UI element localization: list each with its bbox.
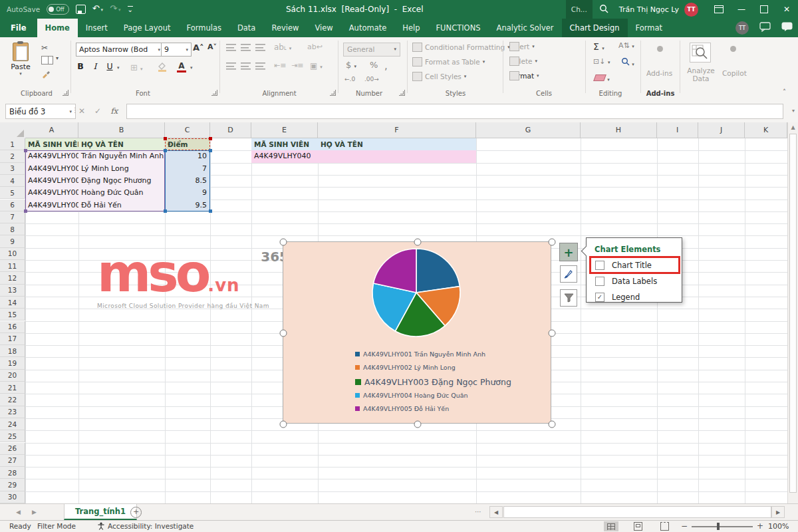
row-header-1[interactable]: 1: [0, 138, 25, 150]
chart-filters-button[interactable]: [560, 289, 577, 307]
find-select-icon[interactable]: ▾: [621, 57, 634, 67]
align-top-icon[interactable]: [226, 44, 236, 53]
fill-color-icon[interactable]: [157, 61, 168, 73]
column-header-E[interactable]: E: [251, 122, 318, 138]
bold-button[interactable]: B: [74, 61, 86, 71]
selection-handle[interactable]: [549, 330, 556, 337]
align-middle-icon[interactable]: [241, 44, 251, 53]
autosum-icon[interactable]: Σ ▾: [593, 41, 604, 52]
pie-chart[interactable]: [368, 245, 464, 340]
customize-qat-button[interactable]: ⌄: [128, 6, 133, 13]
sort-filter-icon[interactable]: A⇅ ▾: [618, 41, 634, 50]
styles-item-cell-styles[interactable]: Cell Styles▾: [412, 72, 466, 81]
chart-elements-button[interactable]: +: [559, 243, 578, 261]
sheet-tab-active[interactable]: Trang_tính1: [64, 504, 137, 520]
cell-E1[interactable]: MÃ SINH VIÊN: [251, 138, 318, 150]
cancel-button[interactable]: ✕: [78, 106, 85, 116]
cell-A3[interactable]: A4K49VLHY002: [25, 163, 78, 175]
sheet-grid[interactable]: ABCDEFGHIJK12345678910111213141516171819…: [0, 122, 798, 503]
tab-format[interactable]: Format: [628, 19, 671, 37]
search-box-collapsed[interactable]: Ch...: [566, 0, 593, 19]
range-handle[interactable]: [24, 209, 27, 213]
styles-item-conditional-formatting[interactable]: Conditional Formatting▾: [412, 43, 510, 52]
cell-C4[interactable]: 8.5: [165, 175, 210, 187]
view-normal-button[interactable]: [604, 521, 618, 531]
cell-B6[interactable]: Đỗ Hải Yến: [78, 200, 165, 211]
row-header-16[interactable]: 16: [0, 321, 25, 333]
legend-item-4[interactable]: A4K49VLHY004 Hoàng Đức Quân: [355, 392, 511, 399]
cells-item-delete[interactable]: Delete▾: [509, 57, 537, 65]
row-header-5[interactable]: 5: [0, 187, 25, 199]
cell-B4[interactable]: Đặng Ngọc Phương: [78, 175, 165, 187]
currency-format-icon[interactable]: $ ▾: [346, 60, 356, 70]
tab-home[interactable]: Home: [37, 19, 78, 37]
zoom-slider[interactable]: [692, 526, 753, 527]
selection-handle[interactable]: [414, 239, 422, 246]
cell-C1[interactable]: Điểm: [165, 138, 210, 150]
select-all-corner[interactable]: [0, 122, 26, 139]
row-header-13[interactable]: 13: [0, 285, 25, 297]
row-header-25[interactable]: 25: [0, 430, 25, 442]
selection-handle[interactable]: [414, 421, 422, 428]
cell-A1[interactable]: MÃ SINH VIÊN: [25, 138, 78, 150]
legend-item-2[interactable]: A4K49VLHY002 Lý Minh Long: [355, 364, 511, 371]
row-header-28[interactable]: 28: [0, 467, 25, 479]
row-header-6[interactable]: 6: [0, 200, 25, 211]
range-handle[interactable]: [164, 149, 167, 152]
cell-B2[interactable]: Trần Nguyễn Minh Anh: [78, 150, 165, 162]
row-header-19[interactable]: 19: [0, 357, 25, 369]
ribbon-display-options-button[interactable]: [708, 0, 730, 19]
user-avatar[interactable]: TT: [684, 3, 698, 17]
borders-icon[interactable]: ⊞ ▾: [130, 63, 143, 72]
zoom-out-button[interactable]: −: [681, 521, 688, 532]
row-header-23[interactable]: 23: [0, 406, 25, 418]
font-dialog-launcher[interactable]: [211, 90, 217, 96]
decrease-indent-icon[interactable]: ⇤≡: [274, 61, 286, 70]
cell-C3[interactable]: 7: [165, 163, 210, 175]
italic-button[interactable]: I: [89, 61, 101, 71]
cell-C2[interactable]: 10: [165, 150, 210, 162]
selection-handle[interactable]: [280, 330, 287, 337]
cell-B3[interactable]: Lý Minh Long: [78, 163, 165, 175]
row-header-8[interactable]: 8: [0, 223, 25, 235]
tab-data[interactable]: Data: [229, 19, 263, 37]
row-header-17[interactable]: 17: [0, 333, 25, 345]
underline-button[interactable]: U: [104, 61, 116, 71]
percent-format-icon[interactable]: %: [370, 60, 378, 70]
horizontal-scrollbar[interactable]: [503, 506, 771, 518]
increase-indent-icon[interactable]: ⇥≡: [291, 61, 303, 70]
tab-page-layout[interactable]: Page Layout: [116, 19, 179, 37]
row-header-15[interactable]: 15: [0, 309, 25, 321]
chart-legend[interactable]: A4K49VLHY001 Trần Nguyễn Minh AnhA4K49VL…: [355, 350, 511, 418]
tab-formulas[interactable]: Formulas: [178, 19, 229, 37]
row-header-26[interactable]: 26: [0, 443, 25, 455]
tab-overflow-dots[interactable]: ⋯: [475, 504, 481, 520]
tab-review[interactable]: Review: [263, 19, 307, 37]
cell-C5[interactable]: 9: [165, 187, 210, 199]
column-header-K[interactable]: K: [745, 122, 787, 138]
copy-button[interactable]: [41, 56, 53, 66]
name-box[interactable]: Biểu đồ 3▾: [5, 104, 76, 119]
undo-button[interactable]: ↶▾: [92, 0, 103, 19]
cell-F1[interactable]: HỌ VÀ TÊN: [318, 138, 476, 150]
align-center-icon[interactable]: [241, 63, 251, 71]
column-header-I[interactable]: I: [657, 122, 698, 138]
row-header-11[interactable]: 11: [0, 260, 25, 272]
cells-item-format[interactable]: Format▾: [509, 72, 539, 80]
paste-dropdown-icon[interactable]: ▾: [5, 71, 36, 76]
zoom-slider-thumb[interactable]: [717, 523, 720, 530]
cell-A2[interactable]: A4K49VLHY001: [25, 150, 78, 162]
add-ins-button[interactable]: Add-ins: [646, 69, 672, 77]
align-right-icon[interactable]: [255, 63, 265, 71]
zoom-in-button[interactable]: +: [757, 521, 763, 532]
legend-item-5[interactable]: A4K49VLHY005 Đỗ Hải Yến: [355, 405, 511, 412]
analyze-data-button[interactable]: Analyze Data: [685, 66, 717, 82]
number-format-select[interactable]: General▾: [343, 43, 400, 57]
row-header-7[interactable]: 7: [0, 211, 25, 223]
range-handle[interactable]: [24, 149, 27, 152]
redo-dropdown-icon[interactable]: ▾: [118, 7, 121, 13]
format-painter-icon[interactable]: [41, 69, 51, 80]
save-icon[interactable]: [76, 5, 86, 14]
view-page-break-button[interactable]: [657, 521, 672, 531]
selection-handle[interactable]: [549, 239, 556, 246]
